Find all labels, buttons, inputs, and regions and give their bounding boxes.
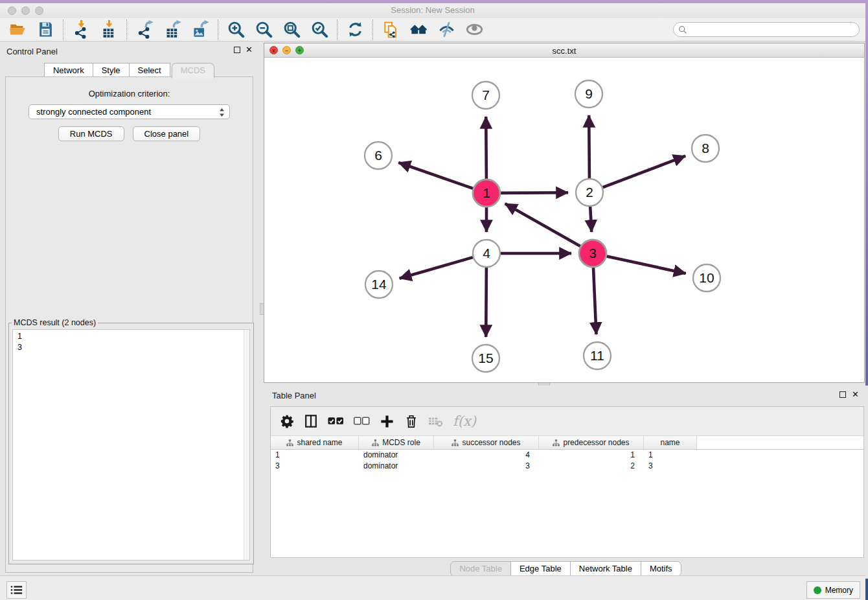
zoom-selected-icon[interactable] [306,19,334,40]
refresh-view-icon[interactable] [341,19,369,40]
graph-node-6[interactable]: 6 [365,142,392,169]
graph-edge-1-6[interactable] [398,163,473,189]
show-hide-panel-icon[interactable] [461,19,488,40]
table-row[interactable]: 3dominator323 [271,461,863,472]
open-file-icon[interactable] [4,19,32,40]
table-settings-gear-icon[interactable] [280,414,294,428]
graph-edge-3-1[interactable] [505,203,580,246]
tab-motifs[interactable]: Motifs [641,561,681,577]
graph-node-7[interactable]: 7 [472,82,499,109]
graph-node-4[interactable]: 4 [473,240,500,267]
graph-edge-4-14[interactable] [400,257,473,279]
cell-predecessor-nodes: 2 [539,461,644,472]
copy-view-icon[interactable] [377,19,405,40]
graph-edge-1-7[interactable] [486,117,486,179]
graph-edge-3-10[interactable] [607,257,686,273]
import-table-icon[interactable] [95,19,123,40]
table-panel: Table Panel ✕ f(x) shared nameMCDS roles… [264,386,868,579]
network-canvas[interactable]: 7968124314101511 [264,58,864,382]
svg-text:6: 6 [374,148,382,163]
mcds-result-title: MCDS result (2 nodes) [12,318,98,327]
column-header-predecessor-nodes[interactable]: predecessor nodes [539,436,644,449]
import-network-icon[interactable] [67,19,95,40]
window-titlebar: Session: New Session [0,3,865,19]
table-body: 1dominator4113dominator323 [271,450,863,472]
graph-edge-2-9[interactable] [589,115,589,178]
control-panel: Control Panel ✕ NetworkStyleSelectMCDS O… [0,43,259,574]
column-header-successor-nodes[interactable]: successor nodes [434,436,539,449]
graph-edge-2-8[interactable] [603,156,686,188]
cell-MCDS-role: dominator [359,450,434,461]
mcds-result-text[interactable]: 1 3 [12,329,250,560]
table-row[interactable]: 1dominator411 [271,450,863,461]
home-layout-icon[interactable] [405,19,433,40]
task-history-button[interactable] [6,581,27,599]
cell-shared-name: 1 [271,450,359,461]
node-table-container: f(x) shared nameMCDS rolesuccessor nodes… [270,406,864,558]
zoom-fit-icon[interactable] [278,19,306,40]
cell-shared-name: 3 [271,461,359,472]
graph-node-10[interactable]: 10 [693,264,720,292]
zoom-out-icon[interactable] [250,19,278,40]
close-panel-icon[interactable]: ✕ [246,47,253,53]
column-layout-icon[interactable] [304,414,318,428]
tab-network-table[interactable]: Network Table [570,561,641,577]
float-table-panel-icon[interactable] [839,391,846,398]
export-network-icon[interactable] [131,19,159,40]
select-all-columns-icon[interactable] [328,417,344,426]
toolbar-separator [372,19,374,40]
app-window: Session: New Session Control Panel ✕ Net… [0,3,865,600]
delete-column-icon[interactable] [404,414,418,428]
graph-node-3[interactable]: 3 [579,240,606,267]
graph-edge-2-3[interactable] [590,207,591,232]
cell-successor-nodes: 4 [434,450,539,461]
optimization-criterion-value: strongly connected component [36,107,151,117]
table-panel-tabs: Node TableEdge TableNetwork TableMotifs [264,561,868,577]
toggle-visual-icon[interactable] [433,19,461,40]
status-bar: Memory [0,575,865,600]
graph-edge-1-2[interactable] [501,192,568,193]
close-table-panel-icon[interactable]: ✕ [852,391,859,398]
save-session-icon[interactable] [32,19,60,40]
zoom-in-icon[interactable] [222,19,250,40]
table-panel-title: Table Panel [272,391,316,400]
graph-node-14[interactable]: 14 [365,271,393,298]
column-header-shared-name[interactable]: shared name [271,436,359,449]
run-mcds-button[interactable]: Run MCDS [58,126,124,141]
svg-text:4: 4 [483,246,490,260]
graph-node-1[interactable]: 1 [473,179,500,207]
mcds-result-group: MCDS result (2 nodes) 1 3 [8,318,254,564]
result-scrollbar[interactable] [244,330,249,560]
cell-successor-nodes: 3 [434,461,539,472]
svg-text:9: 9 [585,86,593,101]
svg-text:7: 7 [482,87,490,102]
tab-mcds[interactable]: MCDS [172,63,214,78]
graph-node-2[interactable]: 2 [576,179,603,206]
list-icon [10,585,23,595]
close-panel-button[interactable]: Close panel [133,126,201,141]
tab-edge-table[interactable]: Edge Table [510,561,571,577]
deselect-all-columns-icon[interactable] [354,417,370,426]
graph-node-11[interactable]: 11 [584,342,611,369]
graph-node-9[interactable]: 9 [575,80,602,108]
toolbar-separator [337,19,338,40]
search-icon [678,25,687,34]
cell-MCDS-role: dominator [359,461,434,472]
optimization-criterion-select[interactable]: strongly connected component [29,104,230,119]
graph-edge-4-15[interactable] [486,268,486,337]
toolbar-separator [63,19,64,40]
graph-node-8[interactable]: 8 [692,135,719,162]
cell-predecessor-nodes: 1 [539,450,644,461]
export-table-icon[interactable] [159,19,187,40]
graph-node-15[interactable]: 15 [472,345,499,372]
export-image-icon[interactable] [187,19,214,40]
tab-node-table[interactable]: Node Table [450,561,511,577]
graph-edge-3-11[interactable] [593,268,597,334]
add-column-icon[interactable] [380,414,394,429]
float-panel-icon[interactable] [234,47,240,53]
column-header-name[interactable]: name [644,436,697,449]
column-header-MCDS-role[interactable]: MCDS role [359,436,434,449]
search-input[interactable] [687,23,859,36]
svg-text:14: 14 [371,277,387,292]
memory-button[interactable]: Memory [806,581,860,599]
